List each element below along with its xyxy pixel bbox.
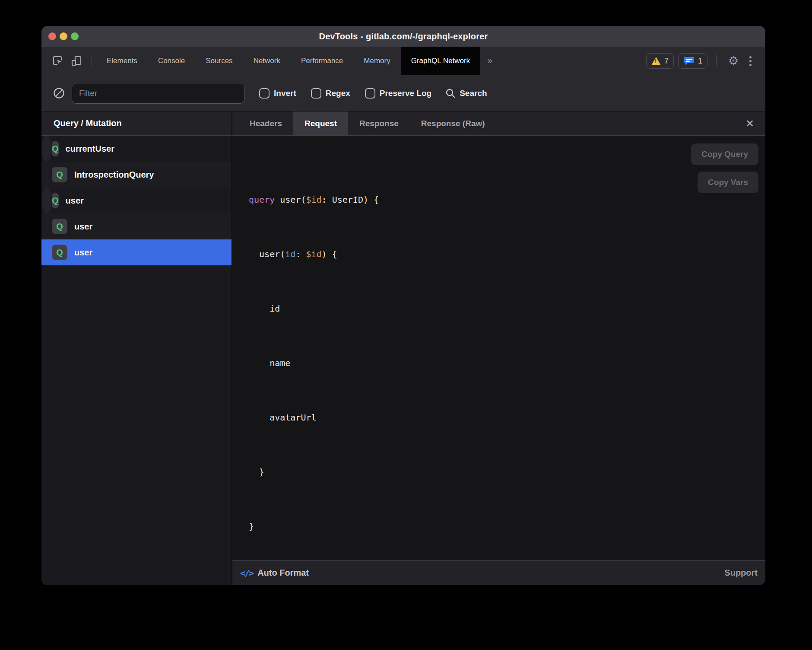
- close-detail-icon[interactable]: ✕: [742, 116, 758, 131]
- auto-format-icon: </>: [240, 568, 253, 578]
- tab-response-raw[interactable]: Response (Raw): [410, 112, 496, 135]
- invert-checkbox[interactable]: [259, 88, 270, 99]
- list-item-user-2[interactable]: Q user: [41, 213, 232, 239]
- list-item-currentUser[interactable]: Q currentUser: [41, 136, 52, 162]
- preserve-log-label: Preserve Log: [380, 89, 431, 98]
- devtools-tab-bar: Elements Console Sources Network Perform…: [41, 47, 765, 75]
- query-list-panel: Query / Mutation Q currentUser Q Introsp…: [41, 112, 232, 585]
- invert-checkbox-group[interactable]: Invert: [259, 88, 296, 99]
- main-content: Query / Mutation Q currentUser Q Introsp…: [41, 112, 765, 585]
- search-icon: [445, 88, 456, 99]
- sidebar-empty-area: [41, 265, 232, 585]
- tab-elements[interactable]: Elements: [96, 47, 148, 75]
- query-list-header: Query / Mutation: [41, 112, 232, 136]
- toolbar-divider: [92, 55, 92, 67]
- preserve-log-checkbox-group[interactable]: Preserve Log: [365, 88, 431, 99]
- query-type-badge: Q: [52, 245, 67, 260]
- message-bubble-icon: [683, 56, 695, 66]
- regex-checkbox-group[interactable]: Regex: [311, 88, 350, 99]
- warning-count: 7: [664, 57, 669, 66]
- tab-bar-tools: [41, 47, 96, 75]
- tab-console[interactable]: Console: [148, 47, 195, 75]
- list-item-user-1[interactable]: Q user: [41, 188, 52, 213]
- inspect-element-button[interactable]: [49, 52, 66, 70]
- kebab-menu-icon[interactable]: [746, 56, 755, 66]
- close-window-button[interactable]: [48, 32, 56, 40]
- query-type-badge: Q: [52, 167, 67, 182]
- copy-query-button[interactable]: Copy Query: [691, 143, 758, 165]
- status-divider: [716, 55, 717, 67]
- clear-block-icon[interactable]: [53, 87, 65, 99]
- filter-toolbar: Invert Regex Preserve Log Search: [41, 75, 765, 112]
- auto-format-button[interactable]: Auto Format: [257, 568, 309, 578]
- tab-memory[interactable]: Memory: [353, 47, 400, 75]
- detail-panel: Headers Request Response Response (Raw) …: [232, 112, 765, 585]
- query-type-badge: Q: [52, 193, 59, 208]
- minimize-window-button[interactable]: [60, 32, 67, 40]
- panel-tabs: Elements Console Sources Network Perform…: [96, 47, 499, 75]
- settings-gear-icon[interactable]: ⚙: [725, 52, 742, 70]
- request-body: Copy Query Copy Vars query user($id: Use…: [232, 136, 765, 560]
- zoom-window-button[interactable]: [71, 32, 79, 40]
- tab-graphql-network[interactable]: GraphQL Network: [401, 47, 480, 75]
- query-type-badge: Q: [52, 219, 67, 234]
- warning-icon: [651, 57, 661, 65]
- preserve-log-checkbox[interactable]: [365, 88, 375, 99]
- list-item-introspectionQuery[interactable]: Q IntrospectionQuery: [41, 162, 232, 188]
- detail-tab-strip: Headers Request Response Response (Raw) …: [232, 112, 765, 136]
- tab-sources[interactable]: Sources: [195, 47, 243, 75]
- more-tabs-chevron-icon[interactable]: »: [480, 47, 499, 75]
- tab-bar-status: 7 1 ⚙: [646, 47, 765, 75]
- tab-network[interactable]: Network: [243, 47, 291, 75]
- query-type-badge: Q: [52, 141, 59, 156]
- traffic-lights: [48, 26, 79, 47]
- issues-badge[interactable]: 1: [678, 53, 707, 69]
- tab-request[interactable]: Request: [293, 112, 348, 135]
- device-toolbar-button[interactable]: [68, 52, 85, 70]
- regex-label: Regex: [326, 89, 350, 98]
- support-link[interactable]: Support: [724, 568, 758, 578]
- filter-input[interactable]: [72, 83, 244, 104]
- window-title: DevTools - gitlab.com/-/graphql-explorer: [319, 32, 488, 41]
- regex-checkbox[interactable]: [311, 88, 321, 99]
- title-bar: DevTools - gitlab.com/-/graphql-explorer: [41, 26, 765, 47]
- list-item-user-3-selected[interactable]: Q user: [41, 239, 232, 265]
- tab-headers[interactable]: Headers: [238, 112, 293, 135]
- graphql-query-code: query user($id: UserID) { user(id: $id) …: [232, 136, 765, 560]
- tab-response[interactable]: Response: [348, 112, 410, 135]
- copy-vars-button[interactable]: Copy Vars: [698, 172, 758, 193]
- search-button[interactable]: Search: [445, 88, 487, 99]
- devtools-window: DevTools - gitlab.com/-/graphql-explorer…: [41, 26, 765, 585]
- search-label: Search: [460, 89, 487, 98]
- warnings-badge[interactable]: 7: [646, 53, 674, 69]
- issues-count: 1: [698, 57, 702, 66]
- invert-label: Invert: [274, 89, 296, 98]
- detail-footer: </> Auto Format Support: [232, 560, 765, 585]
- tab-performance[interactable]: Performance: [291, 47, 353, 75]
